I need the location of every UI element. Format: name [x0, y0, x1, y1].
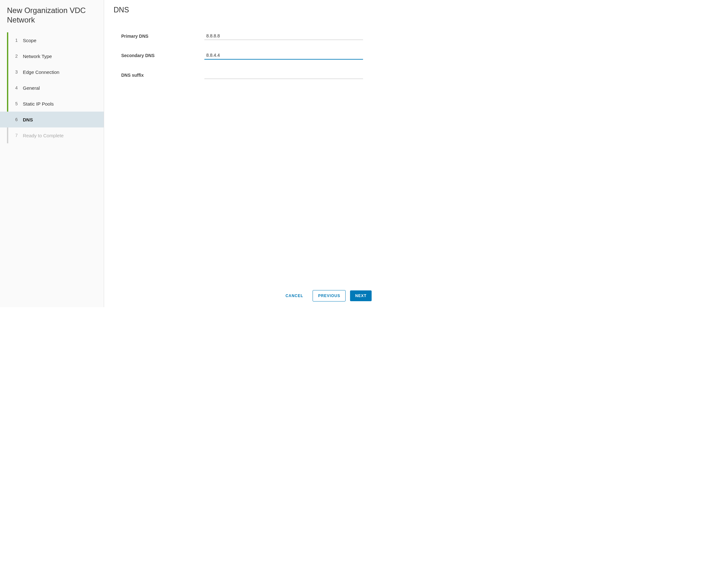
wizard-sidebar: New Organization VDC Network 1 Scope 2 N… [0, 0, 104, 307]
primary-dns-label: Primary DNS [121, 34, 204, 39]
wizard-main: DNS Primary DNS Secondary DNS DNS suffix… [104, 0, 383, 307]
form-row-dns-suffix: DNS suffix [121, 71, 373, 79]
wizard-content: DNS Primary DNS Secondary DNS DNS suffix [104, 0, 383, 284]
step-label: Scope [23, 38, 36, 43]
primary-dns-input[interactable] [204, 32, 363, 40]
wizard-steps: 1 Scope 2 Network Type 3 Edge Connection… [0, 32, 104, 143]
step-number: 6 [15, 117, 23, 122]
step-ready-to-complete: 7 Ready to Complete [0, 128, 104, 143]
step-label: Network Type [23, 54, 52, 59]
step-static-ip-pools[interactable]: 5 Static IP Pools [0, 96, 104, 112]
step-label: Static IP Pools [23, 101, 54, 107]
form-row-secondary-dns: Secondary DNS [121, 51, 373, 60]
cancel-button[interactable]: CANCEL [281, 290, 309, 301]
step-number: 4 [15, 85, 23, 90]
step-label: DNS [23, 117, 33, 122]
secondary-dns-label: Secondary DNS [121, 53, 204, 58]
secondary-dns-input[interactable] [204, 51, 363, 60]
step-network-type[interactable]: 2 Network Type [0, 48, 104, 64]
step-label: Ready to Complete [23, 133, 63, 138]
previous-button[interactable]: PREVIOUS [313, 290, 345, 302]
step-edge-connection[interactable]: 3 Edge Connection [0, 64, 104, 80]
step-label: Edge Connection [23, 69, 59, 75]
step-dns[interactable]: 6 DNS [0, 112, 104, 128]
step-number: 1 [15, 38, 23, 43]
wizard-title: New Organization VDC Network [0, 6, 104, 32]
step-number: 3 [15, 69, 23, 75]
page-title: DNS [113, 6, 373, 14]
next-button[interactable]: NEXT [350, 290, 372, 301]
form-row-primary-dns: Primary DNS [121, 32, 373, 40]
step-number: 5 [15, 101, 23, 106]
dns-form: Primary DNS Secondary DNS DNS suffix [113, 32, 373, 79]
dns-suffix-input[interactable] [204, 71, 363, 79]
step-scope[interactable]: 1 Scope [0, 32, 104, 48]
step-general[interactable]: 4 General [0, 80, 104, 96]
dns-suffix-label: DNS suffix [121, 73, 204, 78]
step-number: 2 [15, 54, 23, 59]
wizard-footer: CANCEL PREVIOUS NEXT [104, 284, 383, 307]
step-label: General [23, 85, 40, 91]
step-number: 7 [15, 133, 23, 138]
